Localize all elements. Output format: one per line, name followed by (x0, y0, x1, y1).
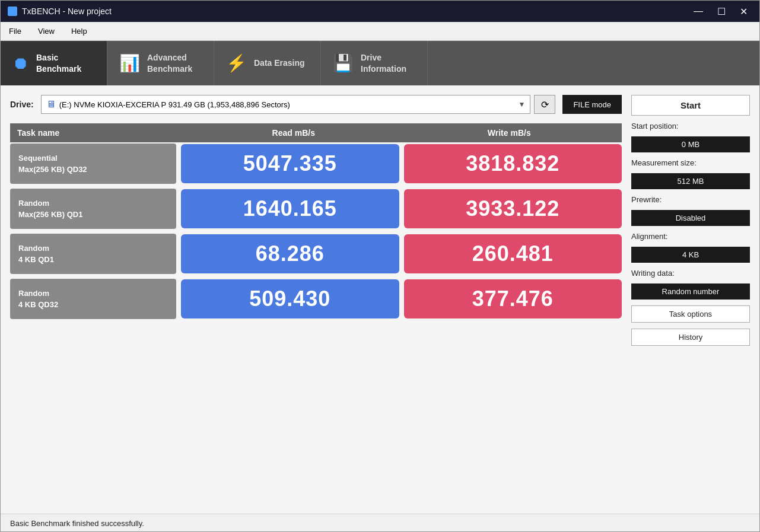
content-area: Drive: 🖥 (E:) NVMe KIOXIA-EXCERIA P 931.… (1, 85, 759, 514)
col-write: Write mB/s (404, 128, 615, 138)
menu-view[interactable]: View (34, 26, 58, 37)
writing-data-value[interactable]: Random number (631, 283, 750, 300)
alignment-value[interactable]: 4 KB (631, 247, 750, 263)
table-row: Random4 KB QD1 68.286 260.481 (10, 234, 622, 274)
table-row: RandomMax(256 KB) QD1 1640.165 3933.122 (10, 189, 622, 229)
menu-bar: File View Help (1, 22, 759, 41)
drive-device-icon: 🖥 (46, 99, 56, 110)
title-bar: TxBENCH - New project — ☐ ✕ (1, 1, 759, 22)
read-value-sequential: 5047.335 (181, 144, 399, 183)
tab-drive-information[interactable]: 💾 DriveInformation (321, 41, 428, 85)
write-value-random-4kb-qd1: 260.481 (404, 234, 622, 273)
read-value-random-4kb-qd32: 509.430 (181, 279, 399, 318)
prewrite-value[interactable]: Disabled (631, 210, 750, 226)
table-row: SequentialMax(256 KB) QD32 5047.335 3818… (10, 144, 622, 184)
writing-data-label: Writing data: (631, 269, 750, 278)
task-label-random-256-qd1: RandomMax(256 KB) QD1 (18, 197, 82, 221)
drive-selected-value: (E:) NVMe KIOXIA-EXCERIA P 931.49 GB (1,… (59, 100, 290, 109)
task-label-sequential: SequentialMax(256 KB) QD32 (18, 152, 87, 176)
history-button[interactable]: History (631, 329, 750, 346)
start-button[interactable]: Start (631, 95, 750, 116)
col-task-name: Task name (17, 128, 183, 138)
drive-row: Drive: 🖥 (E:) NVMe KIOXIA-EXCERIA P 931.… (10, 95, 622, 114)
window-controls[interactable]: — ☐ ✕ (689, 5, 752, 18)
tab-basic-benchmark[interactable]: ⏺ BasicBenchmark (1, 41, 107, 85)
col-read: Read mB/s (188, 128, 399, 138)
task-name-sequential: SequentialMax(256 KB) QD32 (10, 144, 176, 184)
status-bar: Basic Benchmark finished successfully. (1, 514, 759, 532)
task-name-random-256-qd1: RandomMax(256 KB) QD1 (10, 189, 176, 229)
sidebar: Start Start position: 0 MB Measurement s… (631, 95, 750, 504)
advanced-benchmark-icon: 📊 (119, 53, 140, 73)
task-label-random-4kb-qd1: Random4 KB QD1 (18, 243, 54, 266)
tab-basic-benchmark-label: BasicBenchmark (36, 52, 81, 74)
tab-data-erasing-label: Data Erasing (254, 58, 305, 68)
write-value-random-256-qd1: 3933.122 (404, 189, 622, 228)
tab-data-erasing[interactable]: ⚡ Data Erasing (214, 41, 321, 85)
alignment-label: Alignment: (631, 232, 750, 241)
task-name-random-4kb-qd1: Random4 KB QD1 (10, 234, 176, 274)
basic-benchmark-icon: ⏺ (12, 53, 29, 73)
main-panel: Drive: 🖥 (E:) NVMe KIOXIA-EXCERIA P 931.… (10, 95, 622, 504)
tab-bar: ⏺ BasicBenchmark 📊 AdvancedBenchmark ⚡ D… (1, 41, 759, 85)
drive-select[interactable]: 🖥 (E:) NVMe KIOXIA-EXCERIA P 931.49 GB (… (41, 95, 531, 114)
task-options-button[interactable]: Task options (631, 305, 750, 323)
task-name-random-4kb-qd32: Random4 KB QD32 (10, 279, 176, 319)
table-row: Random4 KB QD32 509.430 377.476 (10, 279, 622, 319)
write-value-random-4kb-qd32: 377.476 (404, 279, 622, 318)
tab-advanced-benchmark-label: AdvancedBenchmark (147, 52, 192, 74)
prewrite-label: Prewrite: (631, 195, 750, 204)
measurement-size-value[interactable]: 512 MB (631, 173, 750, 189)
maximize-button[interactable]: ☐ (713, 5, 730, 18)
menu-file[interactable]: File (5, 26, 25, 37)
data-erasing-icon: ⚡ (226, 53, 247, 73)
write-value-sequential: 3818.832 (404, 144, 622, 183)
task-label-random-4kb-qd32: Random4 KB QD32 (18, 288, 58, 311)
read-value-random-4kb-qd1: 68.286 (181, 234, 399, 273)
start-position-label: Start position: (631, 122, 750, 130)
drive-select-container: 🖥 (E:) NVMe KIOXIA-EXCERIA P 931.49 GB (… (41, 95, 556, 114)
title-bar-left: TxBENCH - New project (8, 7, 112, 16)
read-value-random-256-qd1: 1640.165 (181, 189, 399, 228)
drive-label: Drive: (10, 100, 34, 109)
measurement-size-label: Measurement size: (631, 158, 750, 167)
menu-help[interactable]: Help (68, 26, 91, 37)
drive-information-icon: 💾 (333, 53, 354, 73)
file-mode-button[interactable]: FILE mode (562, 95, 622, 114)
tab-drive-information-label: DriveInformation (361, 52, 406, 74)
chevron-down-icon: ▼ (519, 100, 526, 109)
table-header: Task name Read mB/s Write mB/s (10, 123, 622, 142)
drive-select-inner: 🖥 (E:) NVMe KIOXIA-EXCERIA P 931.49 GB (… (46, 99, 290, 110)
tab-advanced-benchmark[interactable]: 📊 AdvancedBenchmark (107, 41, 214, 85)
window-title: TxBENCH - New project (22, 7, 112, 16)
app-icon (8, 7, 17, 16)
minimize-button[interactable]: — (689, 5, 708, 18)
start-position-value[interactable]: 0 MB (631, 136, 750, 152)
close-button[interactable]: ✕ (735, 5, 752, 18)
refresh-button[interactable]: ⟳ (534, 95, 555, 114)
status-text: Basic Benchmark finished successfully. (10, 519, 144, 528)
